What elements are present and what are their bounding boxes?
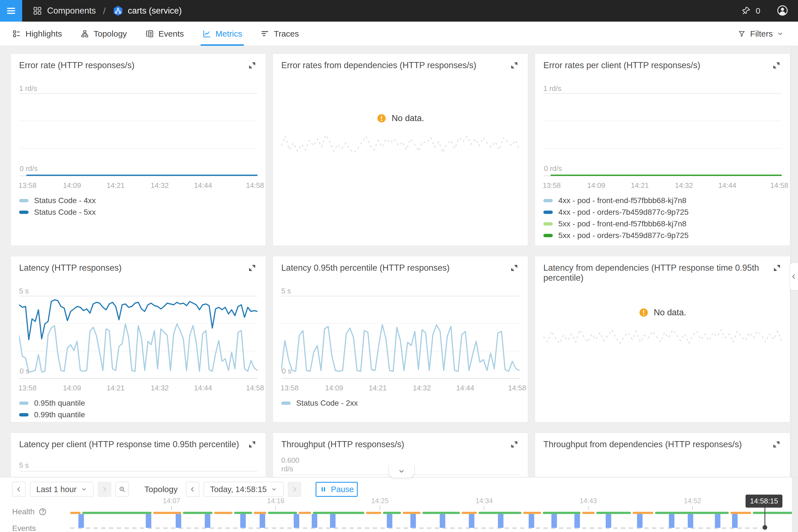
legend-item[interactable]: 0.99th quantile [19,411,258,419]
event-marker[interactable] [529,514,534,528]
health-segment-warning[interactable] [153,512,181,514]
event-marker[interactable] [732,514,738,528]
health-segment-healthy[interactable] [313,512,364,514]
event-marker[interactable] [176,514,181,528]
event-marker[interactable] [606,514,611,528]
range-back-button[interactable] [12,482,25,497]
x-tick-label: 14:58 [770,181,788,190]
health-segment-healthy[interactable] [596,512,631,514]
event-marker[interactable] [498,514,504,528]
event-marker[interactable] [410,514,416,528]
event-marker[interactable] [260,514,265,528]
expand-chart-button[interactable] [509,439,519,450]
events-icon [145,30,154,38]
health-segment-warning[interactable] [403,512,421,514]
plot-area[interactable]: 0 s [281,296,519,379]
bottom-panel-collapse-button[interactable] [388,465,415,478]
user-menu-button[interactable] [776,4,788,17]
health-segment-healthy[interactable] [183,512,213,514]
event-marker[interactable] [688,514,693,528]
expand-chart-button[interactable] [771,60,782,71]
timeline-tick-label: 14:07 [163,497,180,505]
health-segment-healthy[interactable] [753,512,798,514]
legend-item[interactable]: Status Code - 5xx [19,208,258,216]
plot-area[interactable]: 0 rd/s [543,93,782,176]
filters-button[interactable]: Filters [736,22,798,46]
filter-icon [738,30,746,38]
time-cursor-line[interactable] [764,507,765,527]
menu-button[interactable] [0,0,22,22]
health-segment-warning[interactable] [366,512,381,514]
legend-item[interactable]: 0.95th quantile [19,399,258,407]
legend-label: Status Code - 2xx [296,399,358,407]
health-segment-healthy[interactable] [422,512,460,514]
health-segment-warning[interactable] [632,512,653,514]
legend-item[interactable]: 4xx - pod - front-end-f57fbbb68-kj7n8 [543,197,782,205]
event-marker[interactable] [669,514,674,528]
expand-icon [772,440,781,449]
timeline-track[interactable]: 14:0714:1614:2514:3414:4314:52 14:58:15 [70,477,765,532]
chart-title: Error rates per client (HTTP responses/s… [543,60,700,70]
health-segment-healthy[interactable] [268,512,297,514]
event-marker[interactable] [715,514,720,528]
expand-chart-button[interactable] [509,60,519,71]
x-tick-label: 13:58 [543,181,561,190]
expand-chart-button[interactable] [772,263,782,273]
event-marker[interactable] [469,514,474,528]
event-marker[interactable] [330,514,336,528]
tab-metrics[interactable]: Metrics [202,22,243,46]
event-marker[interactable] [240,514,246,528]
expand-chart-button[interactable] [247,263,258,273]
help-icon[interactable] [39,508,47,516]
event-marker[interactable] [205,514,210,528]
expand-chart-button[interactable] [771,439,782,450]
event-marker[interactable] [294,514,299,528]
expand-chart-button[interactable] [509,263,519,273]
side-panel-collapse-button[interactable] [789,263,798,290]
legend-item[interactable]: Status Code - 2xx [281,399,519,407]
health-segment-warning[interactable] [254,512,266,514]
plot-area[interactable]: 0 s [19,296,258,379]
health-segment-healthy[interactable] [655,512,729,514]
event-marker[interactable] [574,514,580,528]
event-marker[interactable] [146,514,151,528]
health-segment-healthy[interactable] [82,512,152,514]
expand-chart-button[interactable] [247,439,258,450]
chart-title: Error rate (HTTP responses/s) [19,60,134,70]
legend-item[interactable]: 5xx - pod - front-end-f57fbbb68-kj7n8 [543,220,782,228]
x-tick-label: 13:58 [281,384,299,392]
health-segment-warning[interactable] [730,512,751,514]
time-cursor-handle[interactable] [762,525,767,530]
health-segment-warning[interactable] [462,512,477,514]
event-marker[interactable] [637,514,643,528]
tab-highlights[interactable]: Highlights [12,22,63,46]
health-segment-healthy[interactable] [383,512,401,514]
event-marker[interactable] [387,514,392,528]
health-segment-warning[interactable] [582,512,595,514]
event-marker[interactable] [78,514,84,528]
pin-button[interactable]: 0 [740,5,762,16]
event-marker[interactable] [440,514,445,528]
legend-swatch [281,401,291,405]
expand-chart-button[interactable] [247,60,258,71]
health-segment-healthy[interactable] [478,512,521,514]
breadcrumb-entity[interactable]: carts (service) [128,6,182,16]
health-segment-warning[interactable] [523,512,541,514]
breadcrumb-components[interactable]: Components [47,6,96,16]
plot-area[interactable]: 0 rd/s [19,93,258,176]
event-marker[interactable] [312,514,317,528]
tab-events[interactable]: Events [145,22,185,46]
expand-icon [510,61,519,70]
legend-item[interactable]: 4xx - pod - orders-7b459d877c-9p725 [543,208,782,216]
health-segment-healthy[interactable] [234,512,252,514]
legend-item[interactable]: 5xx - pod - orders-7b459d877c-9p725 [543,232,782,240]
event-marker[interactable] [551,514,557,528]
health-segment-warning[interactable] [70,512,81,514]
health-segment-warning[interactable] [299,512,311,514]
tab-traces[interactable]: Traces [260,22,300,46]
health-segment-healthy[interactable] [543,512,580,514]
timeline-tick-label: 14:34 [475,497,493,505]
health-segment-warning[interactable] [214,512,232,514]
legend-item[interactable]: Status Code - 4xx [19,197,258,205]
tab-topology[interactable]: Topology [80,22,128,46]
